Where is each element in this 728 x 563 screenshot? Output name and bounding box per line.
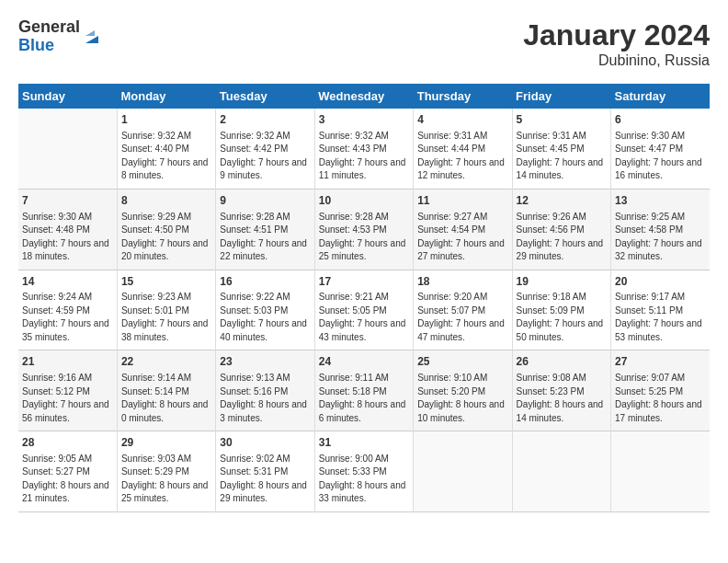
cell-content: Sunrise: 9:18 AMSunset: 5:09 PMDaylight:… [517,291,607,344]
calendar-table: SundayMondayTuesdayWednesdayThursdayFrid… [18,84,710,512]
day-number: 23 [220,354,310,370]
header: General Blue January 2024 Dubinino, Russ… [18,18,710,69]
day-number: 14 [22,274,113,290]
cell-content: Sunrise: 9:30 AMSunset: 4:47 PMDaylight:… [615,130,706,183]
calendar-cell: 18Sunrise: 9:20 AMSunset: 5:07 PMDayligh… [414,270,512,350]
cell-content: Sunrise: 9:32 AMSunset: 4:43 PMDaylight:… [319,130,409,183]
weekday-header-friday: Friday [512,84,610,109]
logo-line1: General [18,18,80,37]
cell-content: Sunrise: 9:25 AMSunset: 4:58 PMDaylight:… [615,211,706,264]
weekday-header-sunday: Sunday [18,84,117,109]
calendar-cell: 24Sunrise: 9:11 AMSunset: 5:18 PMDayligh… [314,350,413,431]
calendar-cell: 8Sunrise: 9:29 AMSunset: 4:50 PMDaylight… [117,189,215,270]
cell-content: Sunrise: 9:08 AMSunset: 5:23 PMDaylight:… [517,372,607,425]
title-block: January 2024 Dubinino, Russia [523,18,710,69]
day-number: 7 [22,193,113,209]
calendar-cell [18,109,117,189]
cell-content: Sunrise: 9:32 AMSunset: 4:40 PMDaylight:… [121,130,211,183]
day-number: 22 [121,354,211,370]
cell-content: Sunrise: 9:00 AMSunset: 5:33 PMDaylight:… [319,453,409,506]
calendar-cell: 23Sunrise: 9:13 AMSunset: 5:16 PMDayligh… [216,350,314,431]
calendar-cell: 29Sunrise: 9:03 AMSunset: 5:29 PMDayligh… [117,431,215,512]
cell-content: Sunrise: 9:13 AMSunset: 5:16 PMDaylight:… [220,372,310,425]
calendar-cell: 5Sunrise: 9:31 AMSunset: 4:45 PMDaylight… [512,109,610,189]
calendar-cell: 11Sunrise: 9:27 AMSunset: 4:54 PMDayligh… [414,189,512,270]
cell-content: Sunrise: 9:16 AMSunset: 5:12 PMDaylight:… [22,372,113,425]
weekday-header-tuesday: Tuesday [216,84,314,109]
day-number: 19 [517,274,607,290]
cell-content: Sunrise: 9:27 AMSunset: 4:54 PMDaylight:… [417,211,507,264]
cell-content: Sunrise: 9:20 AMSunset: 5:07 PMDaylight:… [417,291,507,344]
weekday-header-row: SundayMondayTuesdayWednesdayThursdayFrid… [18,84,710,109]
calendar-cell [414,431,512,512]
day-number: 16 [220,274,310,290]
day-number: 13 [615,193,706,209]
week-row-5: 28Sunrise: 9:05 AMSunset: 5:27 PMDayligh… [18,431,710,512]
weekday-header-wednesday: Wednesday [314,84,413,109]
cell-content: Sunrise: 9:32 AMSunset: 4:42 PMDaylight:… [220,130,310,183]
calendar-title: January 2024 [523,18,710,52]
calendar-cell: 7Sunrise: 9:30 AMSunset: 4:48 PMDaylight… [18,189,117,270]
day-number: 27 [615,354,706,370]
cell-content: Sunrise: 9:02 AMSunset: 5:31 PMDaylight:… [220,453,310,506]
calendar-cell: 27Sunrise: 9:07 AMSunset: 5:25 PMDayligh… [611,350,710,431]
logo-line2: Blue [18,37,80,55]
cell-content: Sunrise: 9:07 AMSunset: 5:25 PMDaylight:… [615,372,706,425]
calendar-cell: 2Sunrise: 9:32 AMSunset: 4:42 PMDaylight… [216,109,314,189]
day-number: 29 [121,435,211,451]
calendar-cell: 6Sunrise: 9:30 AMSunset: 4:47 PMDaylight… [611,109,710,189]
calendar-cell: 4Sunrise: 9:31 AMSunset: 4:44 PMDaylight… [414,109,512,189]
cell-content: Sunrise: 9:22 AMSunset: 5:03 PMDaylight:… [220,291,310,344]
calendar-cell: 15Sunrise: 9:23 AMSunset: 5:01 PMDayligh… [117,270,215,350]
cell-content: Sunrise: 9:03 AMSunset: 5:29 PMDaylight:… [121,453,211,506]
week-row-1: 1Sunrise: 9:32 AMSunset: 4:40 PMDaylight… [18,109,710,189]
day-number: 2 [220,112,310,128]
cell-content: Sunrise: 9:26 AMSunset: 4:56 PMDaylight:… [517,211,607,264]
cell-content: Sunrise: 9:31 AMSunset: 4:45 PMDaylight:… [517,130,607,183]
calendar-cell: 16Sunrise: 9:22 AMSunset: 5:03 PMDayligh… [216,270,314,350]
calendar-cell: 12Sunrise: 9:26 AMSunset: 4:56 PMDayligh… [512,189,610,270]
calendar-cell [512,431,610,512]
cell-content: Sunrise: 9:30 AMSunset: 4:48 PMDaylight:… [22,211,113,264]
cell-content: Sunrise: 9:14 AMSunset: 5:14 PMDaylight:… [121,372,211,425]
calendar-cell: 31Sunrise: 9:00 AMSunset: 5:33 PMDayligh… [314,431,413,512]
day-number: 24 [319,354,409,370]
day-number: 5 [517,112,607,128]
calendar-cell: 1Sunrise: 9:32 AMSunset: 4:40 PMDaylight… [117,109,215,189]
calendar-cell: 9Sunrise: 9:28 AMSunset: 4:51 PMDaylight… [216,189,314,270]
logo: General Blue [18,18,102,55]
cell-content: Sunrise: 9:10 AMSunset: 5:20 PMDaylight:… [417,372,507,425]
day-number: 12 [517,193,607,209]
cell-content: Sunrise: 9:29 AMSunset: 4:50 PMDaylight:… [121,211,211,264]
day-number: 20 [615,274,706,290]
calendar-cell: 22Sunrise: 9:14 AMSunset: 5:14 PMDayligh… [117,350,215,431]
day-number: 15 [121,274,211,290]
cell-content: Sunrise: 9:05 AMSunset: 5:27 PMDaylight:… [22,453,113,506]
day-number: 1 [121,112,211,128]
week-row-4: 21Sunrise: 9:16 AMSunset: 5:12 PMDayligh… [18,350,710,431]
day-number: 25 [417,354,507,370]
day-number: 3 [319,112,409,128]
cell-content: Sunrise: 9:28 AMSunset: 4:53 PMDaylight:… [319,211,409,264]
day-number: 28 [22,435,113,451]
cell-content: Sunrise: 9:24 AMSunset: 4:59 PMDaylight:… [22,291,113,344]
day-number: 11 [417,193,507,209]
cell-content: Sunrise: 9:21 AMSunset: 5:05 PMDaylight:… [319,291,409,344]
cell-content: Sunrise: 9:11 AMSunset: 5:18 PMDaylight:… [319,372,409,425]
day-number: 18 [417,274,507,290]
calendar-cell: 14Sunrise: 9:24 AMSunset: 4:59 PMDayligh… [18,270,117,350]
cell-content: Sunrise: 9:28 AMSunset: 4:51 PMDaylight:… [220,211,310,264]
calendar-cell: 3Sunrise: 9:32 AMSunset: 4:43 PMDaylight… [314,109,413,189]
calendar-cell: 30Sunrise: 9:02 AMSunset: 5:31 PMDayligh… [216,431,314,512]
day-number: 31 [319,435,409,451]
day-number: 6 [615,112,706,128]
calendar-cell: 28Sunrise: 9:05 AMSunset: 5:27 PMDayligh… [18,431,117,512]
cell-content: Sunrise: 9:31 AMSunset: 4:44 PMDaylight:… [417,130,507,183]
calendar-cell: 26Sunrise: 9:08 AMSunset: 5:23 PMDayligh… [512,350,610,431]
day-number: 30 [220,435,310,451]
weekday-header-monday: Monday [117,84,215,109]
calendar-cell: 20Sunrise: 9:17 AMSunset: 5:11 PMDayligh… [611,270,710,350]
calendar-subtitle: Dubinino, Russia [523,52,710,69]
svg-marker-1 [85,30,95,36]
calendar-cell: 10Sunrise: 9:28 AMSunset: 4:53 PMDayligh… [314,189,413,270]
